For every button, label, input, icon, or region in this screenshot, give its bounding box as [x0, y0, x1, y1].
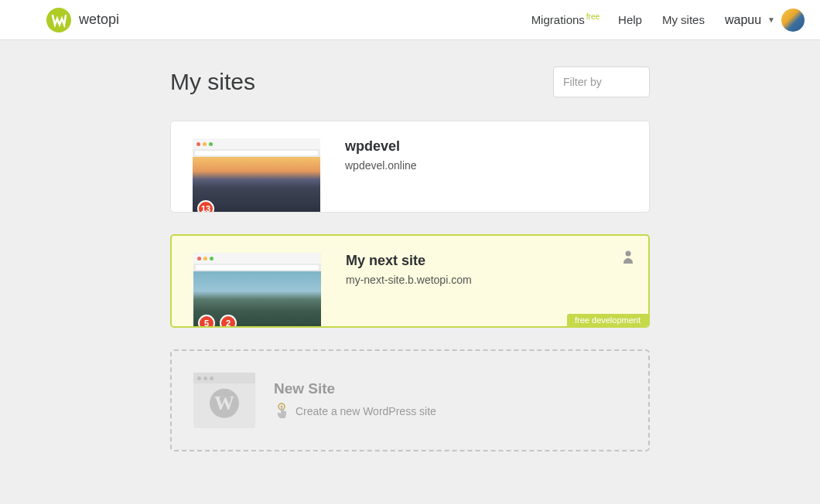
sites-list: 13 wpdevel wpdevel.online 52 My next sit…	[170, 121, 650, 328]
new-site-subtitle: Create a new WordPress site	[296, 405, 436, 417]
new-site-title: New Site	[274, 380, 436, 397]
chevron-down-icon: ▼	[767, 15, 775, 24]
site-card[interactable]: 52 My next site my-next-site.b.wetopi.co…	[170, 234, 650, 328]
person-icon	[622, 250, 634, 267]
nav-migrations[interactable]: Migrationsfree	[531, 13, 598, 26]
site-card-body: wpdevel wpdevel.online	[320, 138, 632, 212]
count-badge: 13	[197, 200, 214, 212]
brand-name: wetopi	[79, 12, 119, 28]
page-title: My sites	[170, 69, 255, 95]
site-domain: wpdevel.online	[345, 159, 632, 172]
main-content: My sites 13 wpdevel wpdevel.online 52 My…	[170, 40, 650, 482]
tap-icon	[274, 402, 289, 421]
new-site-body: New Site Create a new WordPress site	[255, 380, 436, 421]
free-badge: free	[586, 12, 600, 21]
brand-logo[interactable]: wetopi	[46, 8, 119, 32]
page-header: My sites	[170, 66, 650, 97]
nav-migrations-label: Migrations	[531, 13, 585, 26]
new-site-thumb: W	[193, 373, 255, 428]
nav-help[interactable]: Help	[618, 13, 642, 26]
site-domain: my-next-site.b.wetopi.com	[346, 274, 631, 286]
logo-icon	[46, 8, 71, 32]
main-nav: Migrationsfree Help My sites wapuu ▼	[531, 9, 805, 32]
site-card[interactable]: 13 wpdevel wpdevel.online	[170, 121, 650, 213]
new-site-subtitle-row: Create a new WordPress site	[274, 402, 436, 421]
wordpress-icon: W	[210, 389, 239, 418]
user-name: wapuu	[725, 13, 761, 27]
nav-my-sites[interactable]: My sites	[662, 13, 705, 26]
site-thumbnail: 13	[193, 138, 320, 212]
count-badge: 2	[220, 315, 237, 326]
site-thumbnail: 52	[193, 253, 321, 326]
user-menu[interactable]: wapuu ▼	[725, 9, 805, 32]
site-title: My next site	[346, 253, 631, 269]
filter-input[interactable]	[553, 66, 650, 97]
new-site-card[interactable]: W New Site Create a new WordPress site	[170, 349, 650, 451]
svg-point-0	[626, 251, 631, 257]
ribbon-label: free development	[567, 314, 648, 326]
site-title: wpdevel	[345, 138, 632, 155]
avatar	[781, 9, 805, 32]
count-badge: 5	[198, 315, 215, 326]
top-header: wetopi Migrationsfree Help My sites wapu…	[0, 0, 820, 40]
